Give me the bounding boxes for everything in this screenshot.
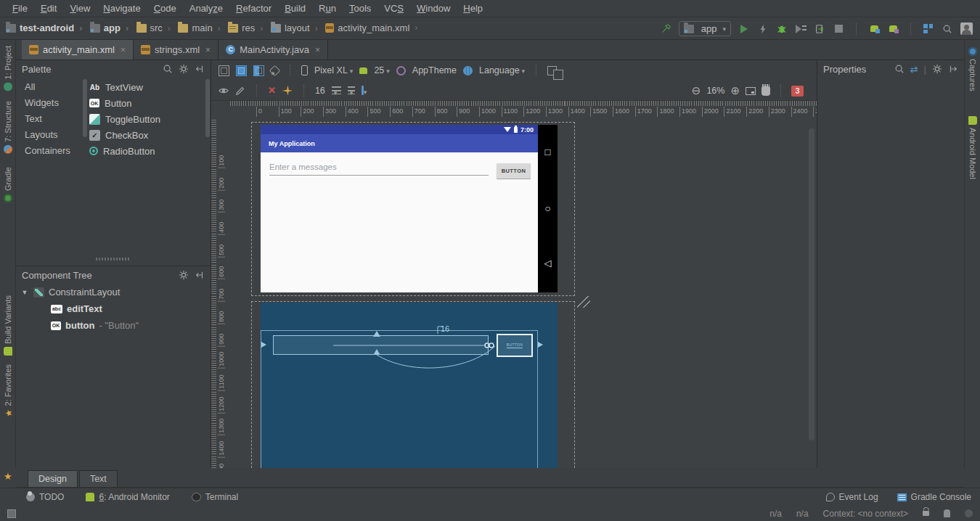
tool-stripe-button[interactable]: Gradle [4, 167, 12, 202]
tool-stripe-button[interactable]: Android Model [968, 116, 977, 179]
tool-window-toggle-icon[interactable] [7, 509, 16, 518]
palette-component[interactable]: ToggleButton [89, 111, 204, 127]
tree-node[interactable]: ▼ConstraintLayout [16, 284, 211, 300]
scrollbar[interactable] [205, 79, 210, 137]
error-count-badge[interactable]: 3 [791, 86, 804, 97]
palette-category[interactable]: All [22, 79, 86, 95]
scrollbar[interactable] [83, 79, 87, 137]
tool-stripe-button[interactable]: Captures [968, 47, 977, 91]
menu-item[interactable]: File [6, 3, 34, 14]
profile-button[interactable] [795, 23, 807, 35]
breadcrumb-item[interactable]: layout› [271, 22, 323, 33]
tool-window-button[interactable]: Terminal [192, 492, 238, 502]
menu-item[interactable]: Refactor [229, 3, 278, 14]
avatar[interactable] [960, 22, 973, 35]
sdk-manager-icon[interactable] [887, 23, 899, 35]
tree-node[interactable]: OKbutton - "Button" [16, 317, 211, 334]
run-configuration-select[interactable]: app [679, 21, 731, 36]
project-structure-icon[interactable] [923, 23, 934, 35]
debug-button[interactable] [776, 23, 788, 35]
scrollbar[interactable] [809, 128, 814, 440]
tool-stripe-button[interactable]: 2: Favorites [4, 364, 12, 417]
preview-button[interactable]: BUTTON [497, 163, 531, 179]
hide-panel-icon[interactable] [195, 64, 205, 74]
menu-item[interactable]: Run [312, 3, 343, 14]
breadcrumb-item[interactable]: res› [228, 22, 268, 33]
tool-window-button[interactable]: TODO [26, 492, 64, 502]
design-mode-icon[interactable] [219, 65, 229, 76]
gear-icon[interactable] [179, 64, 189, 74]
palette-category[interactable]: Layouts [22, 127, 86, 143]
menu-item[interactable]: Tools [343, 3, 377, 14]
instant-run-icon[interactable] [757, 23, 769, 35]
expand-caret-icon[interactable]: ▼ [20, 289, 29, 296]
design-canvas[interactable]: 7:00 My Application Enter a messages BUT… [230, 120, 817, 468]
breadcrumb-item[interactable]: src› [136, 22, 176, 33]
pan-icon[interactable] [761, 86, 770, 96]
infer-constraints-icon[interactable] [282, 86, 293, 96]
hide-panel-icon[interactable] [948, 64, 958, 74]
tool-stripe-button[interactable]: 7: Structure [4, 101, 12, 154]
menu-item[interactable]: Build [278, 3, 312, 14]
editor-tab[interactable]: activity_main.xml [22, 40, 134, 60]
tool-window-button[interactable]: Event Log [826, 492, 878, 502]
breadcrumb-item[interactable]: test-android› [6, 22, 87, 33]
search-icon[interactable] [163, 64, 173, 74]
theme-select[interactable]: AppTheme [412, 65, 457, 75]
editor-tab[interactable]: CMainActivity.java [219, 40, 328, 60]
palette-category[interactable]: Containers [22, 143, 86, 159]
palette-category[interactable]: Text [22, 111, 86, 127]
close-icon[interactable] [314, 44, 320, 55]
highlighting-level-icon[interactable] [944, 509, 950, 517]
gear-icon[interactable] [932, 64, 942, 74]
menu-item[interactable]: VCS [377, 3, 410, 14]
splitter-handle[interactable] [96, 258, 129, 260]
autoconnect-pencil-icon[interactable] [235, 86, 245, 96]
layout-variant-icon[interactable] [547, 66, 557, 75]
tool-window-button[interactable]: Gradle Console [897, 492, 971, 502]
breadcrumb-item[interactable]: main› [178, 22, 225, 33]
device-preview[interactable]: 7:00 My Application Enter a messages BUT… [261, 125, 558, 292]
language-select[interactable]: Language [479, 65, 525, 75]
make-project-icon[interactable] [660, 23, 671, 35]
search-everywhere-icon[interactable] [942, 23, 953, 35]
align-icon[interactable] [348, 86, 355, 94]
editor-tab[interactable]: strings.xml [134, 40, 219, 60]
tool-window-button[interactable]: 6: Android Monitor [86, 492, 169, 502]
palette-component[interactable]: OKButton [89, 95, 204, 111]
orientation-icon[interactable] [269, 65, 281, 76]
menu-item[interactable]: View [63, 3, 97, 14]
menu-item[interactable]: Edit [34, 3, 63, 14]
search-icon[interactable] [894, 64, 905, 74]
avd-manager-icon[interactable] [868, 23, 880, 35]
breadcrumb-item[interactable]: app› [90, 22, 134, 33]
close-icon[interactable] [119, 44, 126, 55]
device-select[interactable]: Pixel XL [314, 65, 353, 75]
zoom-in-icon[interactable]: ⊕ [730, 84, 740, 97]
hide-panel-icon[interactable] [195, 270, 205, 280]
run-button[interactable] [738, 23, 750, 35]
tool-stripe-button[interactable]: Build Variants [4, 295, 12, 356]
palette-component[interactable]: AbTextView [89, 79, 204, 95]
tool-stripe-button[interactable]: 1: Project [4, 46, 12, 91]
blueprint-surface[interactable]: BUTTON 16 [261, 303, 558, 468]
margin-icon[interactable] [332, 86, 341, 94]
tree-node[interactable]: abceditText [16, 300, 211, 317]
stop-button[interactable] [833, 23, 844, 35]
both-mode-icon[interactable] [253, 65, 264, 76]
pack-icon[interactable] [362, 86, 364, 95]
menu-item[interactable]: Analyze [183, 3, 229, 14]
swap-view-icon[interactable]: ⇄ [910, 64, 918, 75]
palette-component[interactable]: ✓CheckBox [89, 127, 204, 143]
breadcrumb-item[interactable]: activity_main.xml› [325, 22, 422, 33]
show-constraints-eye-icon[interactable] [219, 86, 229, 96]
favorites-star-icon[interactable]: ★ [4, 471, 12, 482]
zoom-out-icon[interactable]: ⊖ [692, 84, 701, 97]
gear-icon[interactable] [179, 270, 189, 280]
zoom-fit-icon[interactable] [746, 87, 756, 95]
preview-edittext[interactable]: Enter a messages [269, 160, 489, 176]
menu-item[interactable]: Window [410, 3, 457, 14]
clear-constraints-icon[interactable]: ✕ [268, 85, 276, 96]
api-level-select[interactable]: 25 [374, 65, 389, 75]
close-icon[interactable] [204, 44, 211, 55]
